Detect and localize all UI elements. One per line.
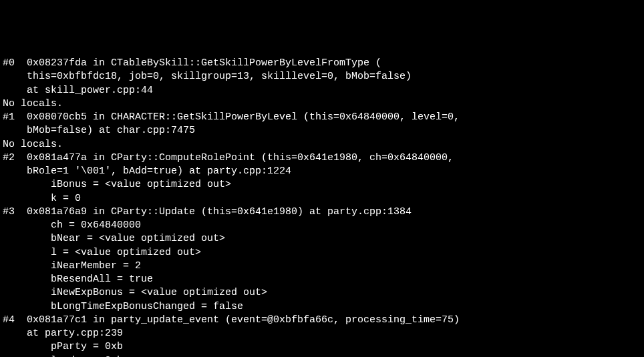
backtrace-line: iNearMember = 2 [3,260,141,272]
backtrace-line: No locals. [3,139,63,150]
backtrace-line: iNewExpBonus = <value optimized out> [3,287,267,298]
backtrace-line: #4 0x081a77c1 in party_update_event (eve… [3,314,460,326]
backtrace-line: iBonus = <value optimized out> [3,179,231,190]
backtrace-line: #3 0x081a76a9 in CParty::Update (this=0x… [3,206,412,218]
backtrace-line: bMob=false) at char.cpp:7475 [3,125,195,136]
backtrace-line: leader = 0xb [3,355,123,358]
backtrace-line: #0 0x08237fda in CTableBySkill::GetSkill… [3,57,381,69]
backtrace-line: at party.cpp:239 [3,328,123,339]
backtrace-line: bResendAll = true [3,274,153,285]
backtrace-line: ch = 0x64840000 [3,220,141,231]
backtrace-line: #2 0x081a477a in CParty::ComputeRolePoin… [3,152,454,163]
backtrace-line: pParty = 0xb [3,341,123,352]
backtrace-line: bLongTimeExpBonusChanged = false [3,301,243,312]
backtrace-line: bRole=1 '\001', bAdd=true) at party.cpp:… [3,165,291,177]
terminal-output: #0 0x08237fda in CTableBySkill::GetSkill… [3,57,641,357]
backtrace-line: bNear = <value optimized out> [3,233,225,244]
backtrace-line: #1 0x08070cb5 in CHARACTER::GetSkillPowe… [3,111,460,123]
backtrace-line: k = 0 [3,193,81,204]
backtrace-line: this=0xbfbfdc18, job=0, skillgroup=13, s… [3,71,412,82]
backtrace-line: at skill_power.cpp:44 [3,85,153,96]
backtrace-line: No locals. [3,98,63,109]
backtrace-line: l = <value optimized out> [3,247,201,258]
